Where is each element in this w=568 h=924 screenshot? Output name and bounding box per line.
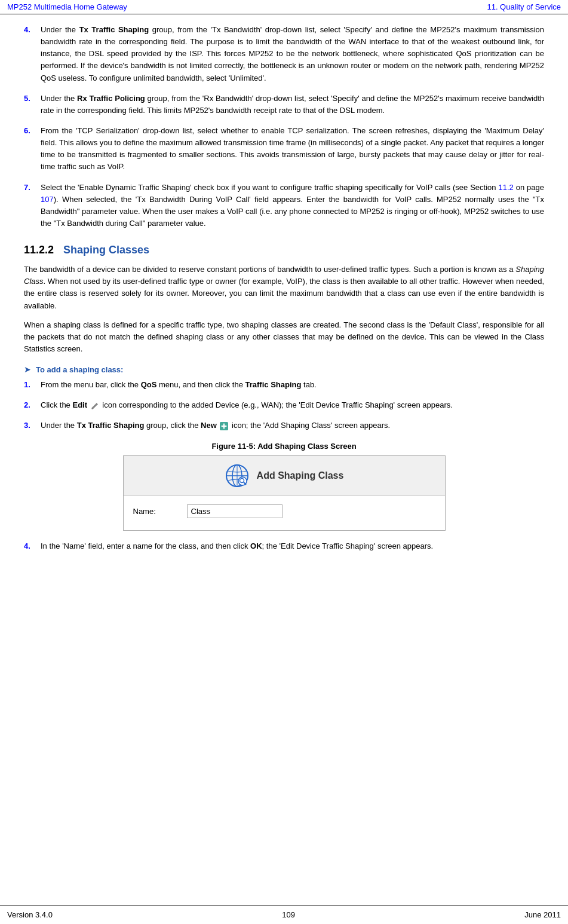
list-content-4: Under the Tx Traffic Shaping group, from… xyxy=(41,24,544,84)
globe-icon xyxy=(225,463,250,488)
shaping-step-content-2: Click the Edit icon corresponding to the… xyxy=(41,399,544,411)
list-item-5: 5. Under the Rx Traffic Policing group, … xyxy=(24,93,544,117)
footer-left: Version 3.4.0 xyxy=(7,910,53,919)
footer-center: 109 xyxy=(282,910,295,919)
header-left: MP252 Multimedia Home Gateway xyxy=(7,2,127,11)
bold-traffic-shaping: Traffic Shaping xyxy=(245,380,302,389)
section-para-2: When a shaping class is defined for a sp… xyxy=(24,319,544,355)
list-item-6: 6. From the 'TCP Serialization' drop-dow… xyxy=(24,125,544,173)
shaping-step-1: 1. From the menu bar, click the QoS menu… xyxy=(24,379,544,391)
list-item-4: 4. Under the Tx Traffic Shaping group, f… xyxy=(24,24,544,84)
page-footer: Version 3.4.0 109 June 2011 xyxy=(0,905,568,924)
link-11-2[interactable]: 11.2 xyxy=(498,183,513,192)
form-row-name: Name: xyxy=(133,504,435,518)
shaping-step-number-1: 1. xyxy=(24,379,41,391)
shaping-step-content-3: Under the Tx Traffic Shaping group, clic… xyxy=(41,420,544,432)
figure-section: Figure 11-5: Add Shaping Class Screen Ad… xyxy=(24,442,544,531)
intro-list: 4. Under the Tx Traffic Shaping group, f… xyxy=(24,24,544,230)
list-content-5: Under the Rx Traffic Policing group, fro… xyxy=(41,93,544,117)
post-figure-step-4: 4. In the 'Name' field, enter a name for… xyxy=(24,540,544,552)
list-number-6: 6. xyxy=(24,125,41,173)
section-title: Shaping Classes xyxy=(63,244,149,256)
list-content-6: From the 'TCP Serialization' drop-down l… xyxy=(41,125,544,173)
figure-title: Add Shaping Class xyxy=(257,470,344,481)
shaping-step-3: 3. Under the Tx Traffic Shaping group, c… xyxy=(24,420,544,432)
section-number: 11.2.2 xyxy=(24,244,54,256)
header-right: 11. Quality of Service xyxy=(487,2,561,11)
arrow-item: ➤ To add a shaping class: xyxy=(24,365,544,374)
edit-icon xyxy=(91,402,99,410)
shaping-steps-list: 1. From the menu bar, click the QoS menu… xyxy=(24,379,544,432)
footer-right: June 2011 xyxy=(524,910,561,919)
shaping-step-2: 2. Click the Edit icon corresponding to … xyxy=(24,399,544,411)
form-label-name: Name: xyxy=(133,507,187,516)
bold-rx: Rx Traffic Policing xyxy=(77,94,145,103)
new-icon xyxy=(220,422,228,430)
post-step-content-4: In the 'Name' field, enter a name for th… xyxy=(41,540,544,552)
page-content: 4. Under the Tx Traffic Shaping group, f… xyxy=(0,14,568,570)
italic-shaping-class: Shaping Class xyxy=(24,265,544,286)
page-header: MP252 Multimedia Home Gateway 11. Qualit… xyxy=(0,0,568,14)
figure-header: Add Shaping Class xyxy=(124,456,445,496)
bold-new: New xyxy=(201,421,217,430)
bold-tx: Tx Traffic Shaping xyxy=(79,25,149,34)
bold-edit: Edit xyxy=(72,400,87,409)
post-step-number-4: 4. xyxy=(24,540,41,552)
list-number-5: 5. xyxy=(24,93,41,117)
section-para-1: The bandwidth of a device can be divided… xyxy=(24,264,544,312)
bold-qos: QoS xyxy=(141,380,157,389)
figure-box: Add Shaping Class Name: xyxy=(123,455,446,531)
post-figure-list: 4. In the 'Name' field, enter a name for… xyxy=(24,540,544,552)
list-content-7: Select the 'Enable Dynamic Traffic Shapi… xyxy=(41,182,544,230)
svg-marker-0 xyxy=(91,403,97,409)
arrow-label: To add a shaping class: xyxy=(36,365,123,374)
list-number-7: 7. xyxy=(24,182,41,230)
list-item-7: 7. Select the 'Enable Dynamic Traffic Sh… xyxy=(24,182,544,230)
section-heading: 11.2.2 Shaping Classes xyxy=(24,244,544,256)
bold-ok: OK xyxy=(250,541,262,550)
bold-tx-2: Tx Traffic Shaping xyxy=(77,421,145,430)
arrow-icon: ➤ xyxy=(24,365,31,374)
shaping-step-content-1: From the menu bar, click the QoS menu, a… xyxy=(41,379,544,391)
link-107[interactable]: 107 xyxy=(41,195,54,204)
figure-caption: Figure 11-5: Add Shaping Class Screen xyxy=(24,442,544,451)
shaping-step-number-3: 3. xyxy=(24,420,41,432)
list-number-4: 4. xyxy=(24,24,41,84)
form-input-name[interactable] xyxy=(187,504,283,518)
shaping-step-number-2: 2. xyxy=(24,399,41,411)
figure-form: Name: xyxy=(124,496,445,530)
